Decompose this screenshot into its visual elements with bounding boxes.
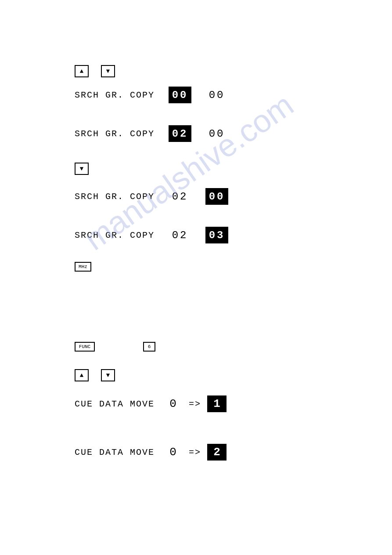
srch-gr-copy-row-3: SRCH GR. COPY 02 00: [75, 188, 228, 205]
func-label: FUNC: [79, 344, 90, 349]
cue-data-move-row-2: CUE DATA MOVE 0 => 2: [75, 444, 227, 461]
func-6-buttons: FUNC 6: [75, 342, 155, 352]
func-btn[interactable]: FUNC: [75, 342, 95, 352]
srch-gr-copy-num1-2: 02: [169, 125, 191, 142]
srch-gr-copy-row-2: SRCH GR. COPY 02 00: [75, 125, 228, 142]
srch-gr-copy-label-2: SRCH GR. COPY: [75, 129, 155, 139]
srch-gr-copy-num2-3: 00: [205, 188, 228, 205]
cue-data-move-row-1: CUE DATA MOVE 0 => 1: [75, 395, 227, 412]
up-arrow-icon-1: ▲: [80, 68, 83, 75]
srch-gr-copy-num2-1: 00: [205, 87, 228, 103]
cue-data-move-to-1: 1: [207, 395, 227, 412]
cue-data-move-label-1: CUE DATA MOVE: [75, 399, 155, 409]
num6-label: 6: [148, 344, 151, 349]
up-arrow-btn-1[interactable]: ▲: [75, 65, 89, 77]
cue-data-move-arrow-2: =>: [189, 447, 201, 457]
down-arrow-btn-3[interactable]: ▼: [101, 369, 115, 381]
cue-data-move-from-2: 0: [163, 444, 183, 461]
srch-gr-copy-num1-1: 00: [169, 87, 191, 103]
arrow-buttons-row3: ▲ ▼: [75, 369, 115, 381]
arrow-buttons-row1: ▲ ▼: [75, 65, 115, 77]
down-arrow-btn-2[interactable]: ▼: [75, 163, 89, 175]
srch-gr-copy-label-4: SRCH GR. COPY: [75, 230, 155, 240]
srch-gr-copy-num1-3: 02: [169, 188, 191, 205]
page-container: manualshive.com ▲ ▼ SRCH GR. COPY 00 00 …: [0, 0, 392, 555]
down-arrow-icon-2: ▼: [80, 165, 83, 172]
down-arrow-btn-1[interactable]: ▼: [101, 65, 115, 77]
srch-gr-copy-num1-4: 02: [169, 227, 191, 243]
cue-data-move-label-2: CUE DATA MOVE: [75, 447, 155, 457]
mhz-btn[interactable]: MHz: [75, 262, 91, 272]
srch-gr-copy-num2-2: 00: [205, 125, 228, 142]
mhz-label: MHz: [79, 264, 87, 269]
cue-data-move-from-1: 0: [163, 395, 183, 412]
srch-gr-copy-label-1: SRCH GR. COPY: [75, 90, 155, 100]
down-arrow-icon-1: ▼: [106, 68, 110, 75]
cue-data-move-arrow-1: =>: [189, 399, 201, 409]
num6-btn[interactable]: 6: [143, 342, 155, 352]
up-arrow-btn-2[interactable]: ▲: [75, 369, 89, 381]
srch-gr-copy-row-4: SRCH GR. COPY 02 03: [75, 227, 228, 243]
arrow-button-row2: ▼: [75, 163, 89, 175]
down-arrow-icon-3: ▼: [106, 372, 110, 379]
srch-gr-copy-row-1: SRCH GR. COPY 00 00: [75, 87, 228, 103]
srch-gr-copy-num2-4: 03: [205, 227, 228, 243]
cue-data-move-to-2: 2: [207, 444, 227, 461]
mhz-button-section: MHz: [75, 262, 91, 272]
up-arrow-icon-2: ▲: [80, 372, 83, 379]
srch-gr-copy-label-3: SRCH GR. COPY: [75, 192, 155, 202]
